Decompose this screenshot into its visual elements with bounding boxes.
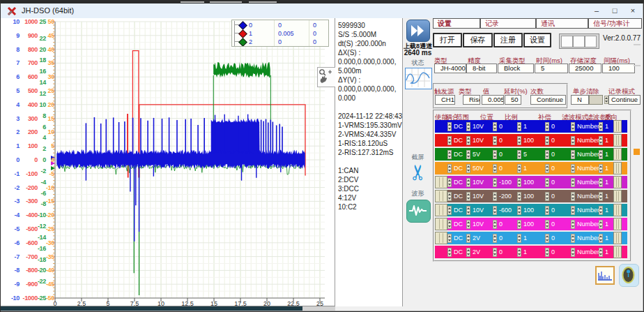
cell-spinner[interactable] <box>571 178 575 187</box>
cell-spinner[interactable] <box>493 234 497 243</box>
tab-1[interactable]: 设置 <box>433 18 480 29</box>
coupling-cell[interactable]: DC <box>452 162 466 174</box>
cell-spinner[interactable] <box>545 192 549 201</box>
channel-enable-checkbox[interactable] <box>435 232 447 244</box>
cell-spinner[interactable] <box>447 192 452 201</box>
cell-spinner[interactable] <box>493 178 497 187</box>
filter-mode-cell[interactable]: Number <box>575 176 599 188</box>
cell-spinner[interactable] <box>599 164 603 173</box>
cell-spinner[interactable] <box>571 234 575 243</box>
cell-spinner[interactable] <box>599 234 603 243</box>
offset-cell[interactable]: 0 <box>549 204 571 216</box>
filter-param-cell[interactable]: 1 <box>603 134 613 147</box>
range-cell[interactable]: 10V <box>470 218 493 230</box>
position-cell[interactable]: 0 <box>497 120 517 133</box>
channel-enable-checkbox[interactable] <box>435 134 447 147</box>
cell-spinner[interactable] <box>447 136 452 145</box>
filter-mode-cell[interactable]: Number <box>575 218 599 230</box>
cell-spinner[interactable] <box>545 136 549 145</box>
filter-mode-cell[interactable]: Number <box>575 204 599 216</box>
cell-spinner[interactable] <box>493 150 497 159</box>
filter-mode-cell[interactable]: Number <box>575 190 599 202</box>
cell-spinner[interactable] <box>466 150 470 159</box>
position-cell[interactable]: 0 <box>497 232 517 244</box>
cell-spinner[interactable] <box>447 220 452 229</box>
cell-spinner[interactable] <box>466 122 470 131</box>
coupling-cell[interactable]: DC <box>452 190 466 202</box>
cell-spinner[interactable] <box>571 150 575 159</box>
status-thumbnail[interactable] <box>405 68 432 89</box>
scale-cell[interactable]: 100 <box>521 190 545 202</box>
tab-2[interactable]: 记录 <box>480 18 536 29</box>
filter-mode-cell[interactable]: Number <box>575 162 599 174</box>
filter-param-cell[interactable]: 1 <box>603 246 613 258</box>
spectrum-button[interactable] <box>595 266 615 285</box>
cell-spinner[interactable] <box>545 164 549 173</box>
scale-cell[interactable]: 100 <box>521 176 545 188</box>
coupling-cell[interactable]: DC <box>452 148 466 161</box>
cell-spinner[interactable] <box>599 206 603 215</box>
cell-spinner[interactable] <box>493 220 497 229</box>
step-clear-value[interactable]: N <box>571 95 589 105</box>
scale-cell[interactable]: 100 <box>521 134 545 147</box>
coupling-cell[interactable]: DC <box>452 176 466 188</box>
offset-cell[interactable]: 0 <box>549 176 571 188</box>
scale-cell[interactable]: 1 <box>521 120 545 133</box>
cell-spinner[interactable] <box>571 220 575 229</box>
trigger-value[interactable]: 50 <box>505 95 521 105</box>
cell-spinner[interactable] <box>517 220 521 229</box>
scale-cell[interactable]: 5 <box>521 148 545 161</box>
cell-spinner[interactable] <box>447 150 452 159</box>
invert-checkbox[interactable] <box>613 218 622 230</box>
cell-spinner[interactable] <box>545 122 549 131</box>
trigger-value[interactable]: Continue <box>530 95 566 105</box>
position-cell[interactable]: -100 <box>497 176 517 188</box>
cell-spinner[interactable] <box>545 234 549 243</box>
offset-cell[interactable]: 0 <box>549 232 571 244</box>
range-cell[interactable]: 10V <box>470 190 493 202</box>
cell-spinner[interactable] <box>466 178 470 187</box>
scale-cell[interactable]: 100 <box>521 204 545 216</box>
cell-spinner[interactable] <box>447 206 452 215</box>
param-value[interactable]: 5 <box>535 64 568 73</box>
cell-spinner[interactable] <box>466 206 470 215</box>
cell-spinner[interactable] <box>517 122 521 131</box>
param-value[interactable]: 25000 <box>569 64 601 73</box>
position-cell[interactable]: 0 <box>497 134 517 147</box>
cell-spinner[interactable] <box>545 150 549 159</box>
trigger-value[interactable]: 0.0051 <box>482 95 504 105</box>
channel-enable-checkbox[interactable] <box>435 120 447 133</box>
upload-8ch-button[interactable] <box>406 20 430 42</box>
coupling-cell[interactable]: DC <box>452 204 466 216</box>
cell-spinner[interactable] <box>571 192 575 201</box>
waveform-button[interactable] <box>406 200 431 223</box>
coupling-cell[interactable]: DC <box>452 246 466 258</box>
offset-cell[interactable]: 0 <box>549 120 571 133</box>
tab-4[interactable]: 信号/功率计 <box>588 18 642 29</box>
range-cell[interactable]: 2V <box>470 232 493 244</box>
cell-spinner[interactable] <box>447 164 452 173</box>
scale-cell[interactable]: 1 <box>521 162 545 174</box>
filter-mode-cell[interactable]: Number <box>575 148 599 161</box>
filter-param-cell[interactable]: 1 <box>603 190 613 202</box>
range-cell[interactable]: 10V <box>470 204 493 216</box>
cell-spinner[interactable] <box>493 206 497 215</box>
param-value[interactable]: JH-4000A <box>434 64 466 73</box>
cell-spinner[interactable] <box>571 136 575 145</box>
cell-spinner[interactable] <box>517 192 521 201</box>
scale-cell[interactable]: 1 <box>521 246 545 258</box>
channel-enable-checkbox[interactable] <box>435 162 447 174</box>
save-button[interactable]: 保存 <box>463 33 493 47</box>
invert-checkbox[interactable] <box>613 190 622 202</box>
cell-spinner[interactable] <box>599 248 603 257</box>
filter-param-cell[interactable]: 1 <box>603 232 613 244</box>
invert-checkbox[interactable] <box>613 148 622 161</box>
coupling-cell[interactable]: DC <box>452 218 466 230</box>
cell-spinner[interactable] <box>493 122 497 131</box>
channel-enable-checkbox[interactable] <box>435 176 447 188</box>
register-button[interactable]: 注册 <box>493 33 523 47</box>
cell-spinner[interactable] <box>517 234 521 243</box>
position-cell[interactable]: 0 <box>497 218 517 230</box>
filter-mode-cell[interactable]: Number <box>575 134 599 147</box>
scale-cell[interactable]: 1 <box>521 232 545 244</box>
